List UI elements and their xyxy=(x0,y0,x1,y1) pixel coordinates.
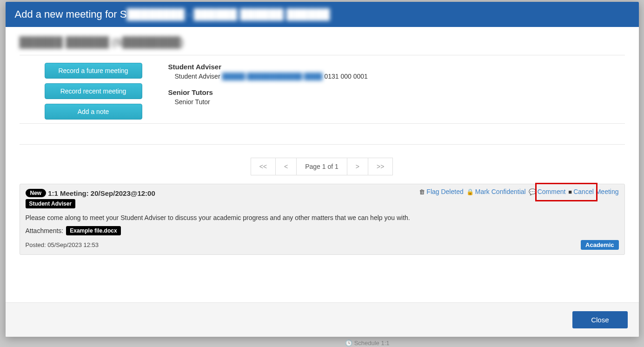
modal-footer: Close xyxy=(6,302,639,337)
divider xyxy=(20,55,625,55)
flag-deleted-link[interactable]: 🗑Flag Deleted xyxy=(419,188,463,195)
attachments-label: Attachments: xyxy=(26,227,64,234)
meeting-card: 🗑Flag Deleted 🔒Mark Confidential 💬Commen… xyxy=(20,184,625,255)
trash-icon: 🗑 xyxy=(419,188,425,195)
meeting-description: Please come along to meet your Student A… xyxy=(26,214,619,221)
attachment-file[interactable]: Example file.docx xyxy=(66,226,120,235)
senior-tutors-heading: Senior Tutors xyxy=(168,88,625,96)
page-first-button[interactable]: << xyxy=(251,158,276,175)
posted-timestamp: Posted: 05/Sep/2023 12:53 xyxy=(26,241,99,248)
close-button[interactable]: Close xyxy=(572,311,627,328)
stop-icon: ■ xyxy=(568,188,572,195)
divider xyxy=(20,144,625,145)
pagination: << < Page 1 of 1 > >> xyxy=(20,158,625,175)
modal-overlay: Add a new meeting for S████████ - ██████… xyxy=(0,0,644,347)
student-name: ██████ ██████ (S████████) xyxy=(20,36,625,55)
modal-title: Add a new meeting for S████████ - ██████… xyxy=(6,2,639,27)
mark-confidential-link[interactable]: 🔒Mark Confidential xyxy=(466,188,526,195)
new-badge: New xyxy=(26,189,46,197)
page-next-button[interactable]: > xyxy=(347,158,368,175)
page-prev-button[interactable]: < xyxy=(275,158,297,175)
comment-link[interactable]: 💬Comment xyxy=(529,188,566,195)
divider xyxy=(20,123,625,124)
page-last-button[interactable]: >> xyxy=(368,158,393,175)
cancel-meeting-link[interactable]: ■Cancel Meeting xyxy=(568,188,618,195)
student-adviser-row: Student Adviser █████ ████████████ ████ … xyxy=(168,73,625,80)
modal: Add a new meeting for S████████ - ██████… xyxy=(6,2,639,337)
student-adviser-heading: Student Adviser xyxy=(168,63,625,71)
modal-body[interactable]: ██████ ██████ (S████████) Record a futur… xyxy=(6,27,639,302)
meeting-actions: 🗑Flag Deleted 🔒Mark Confidential 💬Commen… xyxy=(419,188,618,195)
record-future-meeting-button[interactable]: Record a future meeting xyxy=(45,63,142,79)
comment-icon: 💬 xyxy=(529,188,536,195)
lock-icon: 🔒 xyxy=(466,188,474,195)
academic-badge: Academic xyxy=(581,240,618,250)
page-info: Page 1 of 1 xyxy=(296,158,347,175)
record-recent-meeting-button[interactable]: Record recent meeting xyxy=(45,83,142,99)
senior-tutor-row: Senior Tutor xyxy=(168,98,625,106)
role-badge: Student Adviser xyxy=(26,199,76,208)
add-note-button[interactable]: Add a note xyxy=(45,104,142,120)
meeting-title: 1:1 Meeting: 20/Sep/2023@12:00 xyxy=(48,189,155,197)
